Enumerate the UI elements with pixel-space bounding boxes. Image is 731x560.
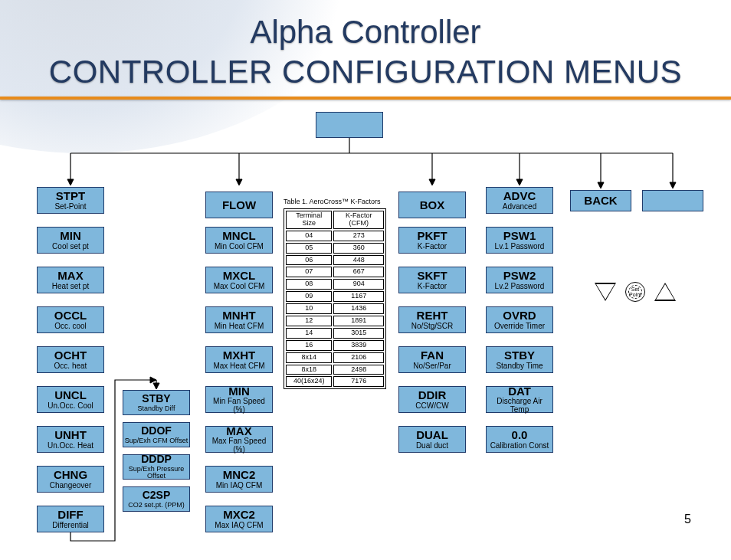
menu-mxc2[interactable]: MXC2Max IAQ CFM	[205, 506, 273, 532]
menu-mnc2[interactable]: MNC2Min IAQ CFM	[205, 466, 273, 493]
desc: Advanced	[503, 203, 536, 211]
menu-ovrd[interactable]: OVRDOverride Timer	[486, 306, 553, 333]
menu-uncl[interactable]: UNCLUn.Occ. Cool	[37, 386, 104, 413]
menu-mxcl[interactable]: MXCLMax Cool CFM	[205, 267, 273, 293]
menu-calib[interactable]: 0.0Calibration Const	[486, 426, 553, 453]
menu-dual[interactable]: DUALDual duct	[398, 426, 466, 453]
menu-fan[interactable]: FANNo/Ser/Par	[398, 346, 466, 373]
desc: Set-Point	[54, 203, 86, 211]
svg-marker-11	[598, 182, 604, 188]
table-row: 08904	[286, 279, 384, 290]
menu-pkft[interactable]: PKFTK-Factor	[398, 227, 466, 254]
menu-blank[interactable]	[642, 190, 703, 211]
menu-mnht[interactable]: MNHTMin Heat CFM	[205, 306, 273, 333]
menu-stpt[interactable]: STPT Set-Point	[37, 187, 104, 214]
menu-min-fanspeed[interactable]: MINMin Fan Speed (%)	[205, 386, 273, 413]
table-row: 091167	[286, 291, 384, 302]
label: STPT	[56, 190, 85, 202]
menu-psw1[interactable]: PSW1Lv.1 Password	[486, 227, 553, 254]
menu-occl[interactable]: OCCLOcc. cool	[37, 306, 104, 333]
up-triangle-icon	[654, 283, 676, 301]
table-row: 8x142106	[286, 352, 384, 363]
menu-stby-diff[interactable]: STBYStandby Diff	[123, 390, 190, 415]
svg-marker-9	[516, 179, 523, 185]
table-row: 40(16x24)7176	[286, 376, 384, 387]
svg-marker-16	[153, 383, 159, 389]
menu-c2sp[interactable]: C2SPCO2 set.pt. (PPM)	[123, 486, 190, 512]
menu-reht[interactable]: REHTNo/Stg/SCR	[398, 306, 466, 333]
menu-flow[interactable]: FLOW	[205, 192, 273, 218]
svg-marker-3	[67, 179, 74, 185]
menu-stby-time[interactable]: STBYStandby Time	[486, 346, 553, 373]
menu-max-fanspeed[interactable]: MAXMax Fan Speed (%)	[205, 426, 273, 453]
menu-chng[interactable]: CHNGChangeover	[37, 466, 104, 493]
down-triangle-icon	[595, 283, 616, 301]
menu-back[interactable]: BACK	[570, 190, 631, 211]
menu-psw2[interactable]: PSW2Lv.2 Password	[486, 267, 553, 293]
svg-marker-5	[236, 179, 242, 185]
svg-marker-13	[670, 182, 676, 188]
menu-ocht[interactable]: OCHTOcc. heat	[37, 346, 104, 373]
setpoint-dial-icon: Set Point	[625, 282, 645, 302]
slide-number: 5	[684, 513, 691, 526]
table-row: 8x182498	[286, 365, 384, 375]
table-row: 06448	[286, 255, 384, 266]
menu-dddp[interactable]: DDDPSup/Exh Pressure Offset	[123, 454, 190, 480]
kfactor-table: Terminal Size K-Factor (CFM) 04273053600…	[284, 208, 386, 389]
menu-diff[interactable]: DIFFDifferential	[37, 506, 104, 532]
thermostat-symbols: Set Point	[595, 282, 676, 302]
table-row: 04273	[286, 231, 384, 241]
menu-dat[interactable]: DATDischarge Air Temp	[486, 386, 553, 413]
table-row: 143015	[286, 328, 384, 339]
table-row: 07667	[286, 267, 384, 277]
menu-skft[interactable]: SKFTK-Factor	[398, 267, 466, 293]
menu-box[interactable]: BOX	[398, 192, 466, 218]
table-row: 163839	[286, 340, 384, 351]
menu-mncl[interactable]: MNCLMin Cool CFM	[205, 227, 273, 254]
menu-ddof[interactable]: DDOFSup/Exh CFM Offset	[123, 422, 190, 447]
table-row: 101436	[286, 303, 384, 314]
svg-marker-14	[150, 377, 156, 383]
menu-ddir[interactable]: DDIRCCW/CW	[398, 386, 466, 413]
menu-unht[interactable]: UNHTUn.Occ. Heat	[37, 426, 104, 453]
table-row: 121891	[286, 316, 384, 326]
label: ADVC	[503, 190, 536, 202]
label: FLOW	[222, 199, 256, 211]
svg-marker-7	[429, 179, 435, 185]
menu-advc[interactable]: ADVC Advanced	[486, 187, 553, 214]
slide-subtitle: CONTROLLER CONFIGURATION MENUS	[0, 54, 731, 90]
label: BACK	[584, 195, 617, 207]
label: BOX	[420, 199, 445, 211]
kfactor-caption: Table 1. AeroCross™ K-Factors	[284, 198, 381, 205]
diagram-canvas: STPT Set-Point FLOW BOX ADVC Advanced BA…	[0, 97, 731, 560]
menu-mxht[interactable]: MXHTMax Heat CFM	[205, 346, 273, 373]
menu-max-heat[interactable]: MAXHeat set pt	[37, 267, 104, 293]
table-row: 05360	[286, 243, 384, 254]
menu-root	[316, 112, 383, 138]
slide-title: Alpha Controller	[0, 14, 731, 51]
menu-min-cool[interactable]: MINCool set pt	[37, 227, 104, 254]
